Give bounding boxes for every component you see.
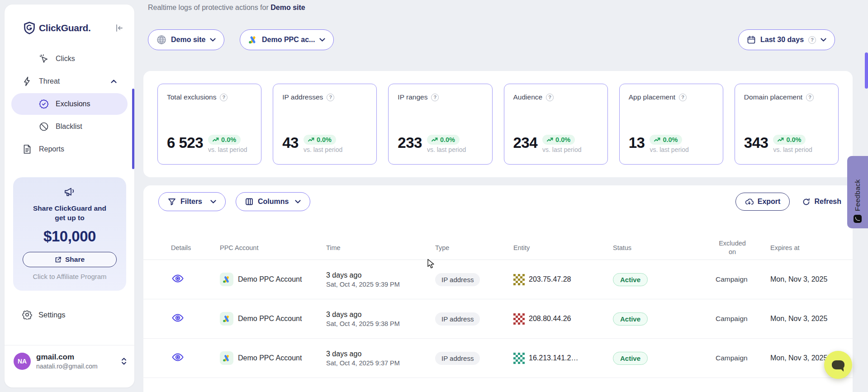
- logs-panel: Filters Columns Export Refresh Details P…: [143, 185, 853, 392]
- avatar: NA: [14, 353, 31, 370]
- chat-launcher-button[interactable]: [824, 351, 852, 379]
- ppc-account-dropdown[interactable]: Demo PPC ac...: [240, 29, 334, 50]
- chevron-down-icon: [210, 200, 216, 203]
- export-button[interactable]: Export: [735, 193, 790, 211]
- sidebar-item-clicks[interactable]: Clicks: [11, 48, 128, 70]
- help-icon[interactable]: ?: [220, 94, 228, 101]
- stat-change: 0.0%: [663, 136, 678, 143]
- table-row: Demo PPC Account 3 days agoSat, Oct 4, 2…: [143, 339, 853, 378]
- stat-label: IP addresses: [282, 93, 323, 101]
- document-icon: [22, 144, 32, 154]
- megaphone-icon: [63, 186, 76, 198]
- trend-up-icon: [432, 137, 438, 142]
- view-details-button[interactable]: [172, 274, 184, 283]
- stat-change: 0.0%: [555, 136, 570, 143]
- eye-icon: [172, 274, 184, 283]
- sidebar-scrollbar-thumb[interactable]: [132, 89, 134, 169]
- filters-dropdown[interactable]: Filters: [158, 192, 226, 211]
- stat-change: 0.0%: [440, 136, 455, 143]
- user-email: naatali.ro@gmail.com: [36, 363, 98, 370]
- date-range-dropdown[interactable]: Last 30 days ?: [738, 29, 835, 50]
- settings-label: Settings: [38, 311, 66, 319]
- calendar-icon: [747, 35, 756, 44]
- stat-card-ip-ranges: IP ranges? 233 0.0% vs. last period: [388, 84, 492, 165]
- col-header-time: Time: [326, 244, 435, 251]
- stat-label: Domain placement: [744, 93, 802, 101]
- site-selector-dropdown[interactable]: Demo site: [148, 29, 224, 50]
- stat-change: 0.0%: [317, 136, 332, 143]
- table-header-row: Details PPC Account Time Type Entity Sta…: [143, 236, 853, 260]
- eye-icon: [172, 313, 184, 322]
- col-header-excluded-on: Excluded on: [716, 239, 749, 256]
- excluded-on-value: Campaign: [716, 275, 770, 283]
- col-header-details: Details: [171, 244, 220, 251]
- collapse-sidebar-icon[interactable]: [115, 24, 123, 32]
- help-icon[interactable]: ?: [679, 94, 687, 101]
- promo-line2: get up to: [13, 213, 126, 222]
- table-row: 3 days ago: [143, 378, 853, 392]
- stat-label: Audience: [513, 93, 543, 101]
- shield-logo-icon: [24, 22, 35, 34]
- help-icon[interactable]: ?: [546, 94, 554, 101]
- user-account[interactable]: NA gmail.com naatali.ro@gmail.com: [14, 353, 127, 370]
- ppc-account-value: Demo PPC ac...: [262, 36, 315, 44]
- feedback-label: Feedback: [854, 164, 862, 211]
- share-button[interactable]: Share: [23, 252, 117, 267]
- ip-identicon: [513, 313, 525, 325]
- sidebar-item-blacklist[interactable]: Blacklist: [11, 116, 128, 137]
- time-absolute: Sat, Oct 4, 2025 9:39 PM: [326, 281, 435, 288]
- feedback-chat-icon: [854, 215, 862, 223]
- refresh-button[interactable]: Refresh: [802, 198, 841, 206]
- entity-value: 203.75.47.28: [529, 275, 571, 283]
- site-selector-value: Demo site: [171, 36, 205, 44]
- google-ads-icon: [248, 35, 257, 44]
- col-header-type: Type: [435, 244, 513, 251]
- share-button-label: Share: [65, 255, 85, 264]
- view-details-button[interactable]: [172, 313, 184, 322]
- time-relative: 3 days ago: [326, 271, 435, 279]
- logo-text: ClickGuard.: [39, 23, 91, 33]
- stat-compare: vs. last period: [542, 146, 581, 153]
- ip-identicon: [513, 274, 525, 285]
- chevron-down-icon: [319, 38, 325, 42]
- affiliate-promo-card[interactable]: Share ClickGuard and get up to $10,000 S…: [13, 177, 126, 291]
- sidebar: ClickGuard. Clicks Threat Exclusions: [5, 5, 134, 387]
- stat-compare: vs. last period: [208, 146, 247, 153]
- time-relative: 3 days ago: [326, 311, 435, 319]
- trend-up-icon: [654, 137, 660, 142]
- filter-icon: [168, 198, 176, 206]
- sidebar-item-settings[interactable]: Settings: [22, 310, 66, 320]
- stat-card-app-placement: App placement? 13 0.0% vs. last period: [619, 84, 723, 165]
- feedback-tab[interactable]: Feedback: [847, 156, 868, 228]
- affiliate-link-text[interactable]: Click to Affiliate Program: [13, 273, 126, 280]
- entity-value: 16.213.141.2…: [529, 354, 578, 362]
- filters-label: Filters: [180, 198, 202, 206]
- table-row: Demo PPC Account 3 days agoSat, Oct 4, 2…: [143, 260, 853, 299]
- view-details-button[interactable]: [172, 353, 184, 362]
- help-icon[interactable]: ?: [431, 94, 439, 101]
- help-icon[interactable]: ?: [327, 94, 334, 101]
- sidebar-item-reports[interactable]: Reports: [11, 138, 128, 160]
- sidebar-item-exclusions[interactable]: Exclusions: [11, 93, 128, 115]
- status-badge: Active: [613, 273, 648, 286]
- excluded-on-value: Campaign: [716, 354, 770, 362]
- lightning-icon: [22, 76, 32, 86]
- help-icon: ?: [808, 36, 816, 44]
- stat-label: IP ranges: [398, 93, 427, 101]
- badge-check-icon: [39, 99, 49, 109]
- page-scrollbar-thumb[interactable]: [865, 52, 868, 89]
- chevron-updown-icon: [121, 357, 127, 365]
- type-badge: IP address: [435, 352, 480, 365]
- columns-dropdown[interactable]: Columns: [236, 192, 310, 211]
- chevron-up-icon: [111, 80, 117, 83]
- eye-icon: [172, 353, 184, 362]
- stat-value: 6 523: [167, 135, 203, 151]
- stats-panel: Total exclusions? 6 523 0.0% vs. last pe…: [143, 71, 853, 177]
- date-range-value: Last 30 days: [760, 36, 804, 44]
- stat-value: 43: [282, 135, 299, 151]
- gear-icon: [22, 310, 32, 320]
- help-icon[interactable]: ?: [806, 94, 814, 101]
- col-header-entity: Entity: [513, 244, 613, 251]
- stat-value: 233: [398, 135, 422, 151]
- sidebar-item-threat[interactable]: Threat: [11, 71, 128, 92]
